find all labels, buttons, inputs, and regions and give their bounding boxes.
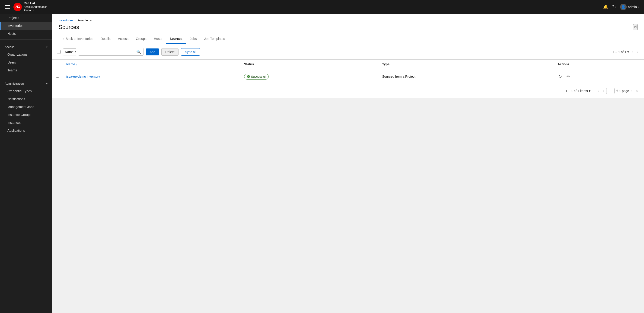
row-checkbox[interactable]	[56, 75, 59, 78]
sidebar: ProjectsInventoriesHosts Access ▾ Organi…	[0, 14, 52, 313]
admin-chevron-icon: ▾	[46, 82, 48, 85]
th-name[interactable]: Name ↑	[62, 60, 240, 69]
search-input[interactable]	[78, 49, 134, 55]
table-row: isva-ee-demo inventory✓SuccessfulSourced…	[52, 69, 644, 84]
edit-action-button[interactable]: ✏	[566, 73, 571, 80]
sidebar-access-header[interactable]: Access ▾	[0, 42, 52, 50]
select-all-checkbox[interactable]	[57, 50, 60, 54]
sidebar-item-credential-types[interactable]: Credential Types	[0, 87, 52, 95]
sidebar-item-teams[interactable]: Teams	[0, 66, 52, 74]
sidebar-admin-header[interactable]: Administration ▾	[0, 78, 52, 87]
page-title: Sources	[59, 24, 79, 30]
sidebar-item-inventories[interactable]: Inventories	[0, 22, 52, 30]
top-nav: Red Hat Ansible Automation Platform 🔔 ?▾…	[0, 0, 644, 14]
user-caret-icon: ▾	[638, 6, 639, 8]
notifications-icon[interactable]: 🔔	[603, 4, 608, 10]
sidebar-item-management-jobs[interactable]: Management Jobs	[0, 103, 52, 111]
sidebar-admin-items: Credential TypesNotificationsManagement …	[0, 87, 52, 134]
footer-last-page-button[interactable]: »	[635, 88, 639, 94]
username-label: admin	[628, 5, 637, 9]
row-type-cell: Sourced from a Project	[378, 69, 554, 84]
data-table: Name ↑StatusTypeActions isva-ee-demo inv…	[52, 60, 644, 84]
th-actions: Actions	[554, 60, 644, 69]
brand: Red Hat Ansible Automation Platform	[14, 2, 603, 12]
footer-prev-page-button[interactable]: ‹	[601, 88, 605, 94]
sidebar-item-hosts[interactable]: Hosts	[0, 30, 52, 38]
sidebar-item-users[interactable]: Users	[0, 58, 52, 66]
breadcrumb-separator: ›	[75, 18, 76, 22]
access-section-label: Access	[5, 45, 14, 49]
sidebar-item-instances[interactable]: Instances	[0, 119, 52, 126]
breadcrumb-inventories[interactable]: Inventories	[59, 18, 74, 22]
th-status: Status	[240, 60, 378, 69]
search-input-wrap: 🔍	[78, 48, 144, 56]
tab-hosts[interactable]: Hosts	[150, 34, 166, 44]
tab-sources[interactable]: Sources	[166, 34, 186, 44]
footer-items-caret-icon[interactable]: ▾	[589, 89, 590, 93]
footer-items-info: 1 – 1 of 1 items ▾	[566, 89, 590, 93]
table-toolbar: Name ▾ 🔍 Add Delete Sync all 1 – 1 of 1 …	[52, 44, 644, 60]
table-head: Name ↑StatusTypeActions	[52, 60, 644, 69]
tab-back[interactable]: Back to Inventories	[59, 34, 97, 44]
sync-all-button[interactable]: Sync all	[181, 48, 200, 56]
pagination-count: 1 – 1 of 1	[613, 50, 626, 54]
refresh-button[interactable]: ↺	[633, 24, 638, 30]
sidebar-item-applications[interactable]: Applications	[0, 126, 52, 134]
page-header: Inventories › isva-demo Sources ↺ Back t…	[52, 14, 644, 44]
pagination-text: 1 – 1 of 1 ▾	[613, 50, 629, 54]
delete-button[interactable]: Delete	[161, 48, 178, 56]
footer-first-page-button[interactable]: «	[596, 88, 601, 94]
filter-select-wrap: Name ▾	[63, 48, 76, 56]
sidebar-item-organizations[interactable]: Organizations	[0, 50, 52, 58]
sidebar-divider-2	[0, 76, 52, 76]
footer-pagination-nav: « ‹ 1 of 1 page › »	[596, 88, 639, 94]
prev-page-button[interactable]: ‹	[630, 49, 634, 55]
row-name-cell: isva-ee-demo inventory	[62, 69, 240, 84]
table-footer: 1 – 1 of 1 items ▾ « ‹ 1 of 1 page › »	[52, 84, 644, 98]
sidebar-access-items: OrganizationsUsersTeams	[0, 50, 52, 74]
hamburger-menu[interactable]	[5, 5, 10, 8]
name-sort-icon: ↑	[75, 63, 77, 66]
tab-job-templates[interactable]: Job Templates	[200, 34, 228, 44]
help-menu[interactable]: ?▾	[612, 5, 616, 10]
filter-select[interactable]: Name	[63, 49, 76, 55]
next-page-button[interactable]: ›	[636, 49, 639, 55]
sidebar-item-projects[interactable]: Projects	[0, 14, 52, 22]
tab-groups[interactable]: Groups	[132, 34, 150, 44]
sidebar-item-notifications[interactable]: Notifications	[0, 95, 52, 103]
main-layout: ProjectsInventoriesHosts Access ▾ Organi…	[0, 14, 644, 313]
redhat-logo	[14, 3, 22, 11]
breadcrumb: Inventories › isva-demo	[59, 18, 638, 22]
row-name-link[interactable]: isva-ee-demo inventory	[66, 75, 100, 78]
toolbar-pagination: 1 – 1 of 1 ▾ ‹ ›	[613, 49, 639, 55]
admin-section-label: Administration	[5, 82, 24, 85]
row-checkbox-cell	[52, 69, 62, 84]
footer-next-page-button[interactable]: ›	[630, 88, 634, 94]
tab-details[interactable]: Details	[97, 34, 114, 44]
sync-action-button[interactable]: ↻	[558, 73, 563, 80]
tab-jobs[interactable]: Jobs	[186, 34, 200, 44]
top-nav-right: 🔔 ?▾ 👤 admin ▾	[603, 4, 639, 10]
sidebar-top-section: ProjectsInventoriesHosts	[0, 14, 52, 38]
sidebar-item-instance-groups[interactable]: Instance Groups	[0, 111, 52, 119]
breadcrumb-current: isva-demo	[78, 18, 92, 22]
status-success-icon: ✓	[247, 75, 250, 78]
search-button[interactable]: 🔍	[134, 48, 143, 56]
footer-page-input[interactable]: 1	[606, 88, 614, 94]
th-checkbox	[52, 60, 62, 69]
brand-text: Red Hat Ansible Automation Platform	[24, 2, 48, 12]
footer-items-text: 1 – 1 of 1 items	[566, 89, 588, 93]
user-avatar-icon: 👤	[620, 4, 626, 10]
status-badge: ✓Successful	[244, 74, 269, 80]
user-menu[interactable]: 👤 admin ▾	[620, 4, 639, 10]
sidebar-divider-1	[0, 40, 52, 40]
tab-access[interactable]: Access	[114, 34, 132, 44]
pagination-caret-icon[interactable]: ▾	[627, 50, 629, 54]
row-status-cell: ✓Successful	[240, 69, 378, 84]
access-chevron-icon: ▾	[46, 46, 48, 49]
row-actions-cell: ↻✏	[554, 69, 644, 84]
add-button[interactable]: Add	[146, 48, 159, 56]
table-area: Name ▾ 🔍 Add Delete Sync all 1 – 1 of 1 …	[52, 44, 644, 98]
table-body: isva-ee-demo inventory✓SuccessfulSourced…	[52, 69, 644, 84]
table-header-row: Name ↑StatusTypeActions	[52, 60, 644, 69]
